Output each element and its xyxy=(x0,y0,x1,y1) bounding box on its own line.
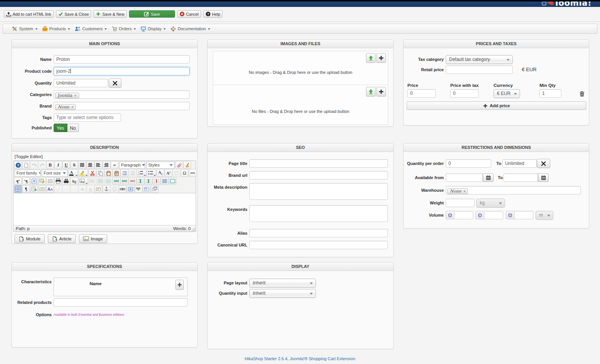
upload-image-button[interactable] xyxy=(366,53,376,63)
justify-full-icon[interactable] xyxy=(78,161,86,169)
warehouse-chip[interactable]: None✕ xyxy=(447,188,468,194)
copy-icon[interactable] xyxy=(96,169,104,177)
weight-input[interactable] xyxy=(446,199,474,207)
canonical-url-input[interactable] xyxy=(249,241,388,249)
available-to-calendar-button[interactable] xyxy=(538,173,549,182)
chip-remove-icon[interactable]: ✕ xyxy=(463,189,466,193)
alias-input[interactable] xyxy=(249,229,388,237)
remove-format-icon[interactable] xyxy=(175,161,183,169)
format-select[interactable]: Paragraph xyxy=(119,162,145,169)
brand-chip[interactable]: None✕ xyxy=(55,104,76,110)
volume-unit-select[interactable]: m xyxy=(536,211,553,220)
font-size-select[interactable]: Font size xyxy=(42,170,68,177)
quantity-input[interactable] xyxy=(54,79,108,87)
indent-icon[interactable] xyxy=(121,169,128,177)
anchor-icon[interactable] xyxy=(103,185,110,193)
row-before-icon[interactable] xyxy=(113,177,120,185)
preview-icon[interactable] xyxy=(30,185,38,193)
inline-popup-icon[interactable] xyxy=(46,177,54,185)
row-after-icon[interactable] xyxy=(121,177,128,185)
meta-description-textarea[interactable] xyxy=(249,183,388,200)
italic-icon[interactable]: I xyxy=(54,161,62,169)
chip-remove-icon[interactable]: ✕ xyxy=(74,94,77,98)
columns-icon[interactable] xyxy=(161,177,168,185)
menu-products[interactable]: Products xyxy=(40,24,72,33)
price-with-tax-input[interactable] xyxy=(450,89,479,98)
add-to-cart-html-link-button[interactable]: Add to cart HTML link xyxy=(4,10,54,18)
fullscreen-icon[interactable] xyxy=(30,177,38,185)
upload-file-button[interactable] xyxy=(366,87,376,96)
product-code-input[interactable]: joom-2 xyxy=(54,67,190,75)
add-image-button[interactable] xyxy=(376,53,386,63)
warehouse-box[interactable]: None✕ xyxy=(446,186,581,194)
frame-icon[interactable] xyxy=(169,177,177,185)
cleanup-icon[interactable] xyxy=(183,161,191,169)
editor-canvas[interactable] xyxy=(13,193,196,225)
horizontal-rule-icon[interactable] xyxy=(189,169,196,177)
highlight-color-icon[interactable] xyxy=(78,169,88,177)
replace-icon[interactable]: ba xyxy=(70,177,78,185)
quantity-input-select[interactable]: Inherit xyxy=(249,289,316,298)
weight-unit-select[interactable]: kg xyxy=(476,199,505,207)
styles-select[interactable]: Styles xyxy=(146,162,175,169)
text-color-icon[interactable]: A xyxy=(69,169,78,177)
tags-input[interactable] xyxy=(54,113,121,122)
available-from-calendar-button[interactable] xyxy=(483,173,494,182)
keywords-textarea[interactable] xyxy=(249,205,388,222)
justify-left-icon[interactable] xyxy=(95,161,102,169)
volume-z-input[interactable] xyxy=(514,211,533,219)
related-products-input[interactable] xyxy=(54,298,188,307)
image-button[interactable]: Image xyxy=(79,234,107,243)
published-no-button[interactable]: No xyxy=(67,124,79,132)
menu-customers[interactable]: Customers xyxy=(72,24,109,33)
quantity-max-clear-button[interactable] xyxy=(537,159,550,168)
ordered-list-icon[interactable]: 12 xyxy=(137,169,146,177)
page-title-input[interactable] xyxy=(249,159,388,168)
save-new-button[interactable]: Save & New xyxy=(93,10,127,18)
menu-orders[interactable]: Orders xyxy=(109,24,138,33)
chip-remove-icon[interactable]: ✕ xyxy=(71,105,74,109)
col-after-icon[interactable] xyxy=(145,177,152,185)
published-yes-button[interactable]: Yes xyxy=(54,124,67,132)
quantity-min-input[interactable] xyxy=(446,159,491,168)
tax-category-select[interactable]: Default tax category xyxy=(446,55,513,64)
save-button[interactable]: Save xyxy=(129,10,175,18)
help-icon[interactable]: ? xyxy=(14,161,22,169)
superscript-icon[interactable]: A2 xyxy=(165,169,172,177)
paste-text-icon[interactable]: T xyxy=(113,169,120,177)
show-blocks-icon[interactable]: ¶ xyxy=(22,185,30,193)
spellcheck-icon[interactable]: abc xyxy=(135,185,142,193)
cell-props-icon[interactable] xyxy=(143,185,150,193)
save-close-button[interactable]: Save & Close xyxy=(56,10,92,18)
quantity-clear-button[interactable] xyxy=(109,78,121,88)
help-button[interactable]: ?Help xyxy=(203,10,223,18)
blockquote-icon[interactable]: “ xyxy=(111,161,118,169)
toggle-editor-link[interactable]: [Toggle Editor] xyxy=(13,154,196,159)
ltr-icon[interactable]: ¶• xyxy=(14,177,22,185)
module-button[interactable]: Module xyxy=(15,234,45,243)
brand-url-input[interactable] xyxy=(249,171,388,180)
resize-grip-icon[interactable] xyxy=(191,227,195,231)
images-dropzone[interactable]: No images - Drag & Drop here or use the … xyxy=(213,51,388,85)
underline-icon[interactable]: U xyxy=(62,161,70,169)
delete-price-icon[interactable] xyxy=(579,90,585,98)
cut-icon[interactable] xyxy=(88,169,96,177)
template-icon[interactable] xyxy=(38,185,46,193)
add-characteristic-button[interactable] xyxy=(175,280,184,290)
cancel-button[interactable]: Cancel xyxy=(177,10,201,18)
print-icon[interactable] xyxy=(54,177,62,185)
strikethrough-icon[interactable]: S xyxy=(70,161,78,169)
currency-select[interactable]: € EUR xyxy=(494,89,520,98)
page-layout-select[interactable]: Inherit xyxy=(249,279,316,287)
bold-icon[interactable]: B xyxy=(46,161,54,169)
link-icon[interactable] xyxy=(119,185,126,193)
files-dropzone[interactable]: No files - Drag & Drop here or use the u… xyxy=(213,85,388,124)
price-input[interactable] xyxy=(407,89,436,98)
quantity-max-input[interactable] xyxy=(502,159,537,168)
media-icon[interactable] xyxy=(127,185,134,193)
retail-price-input[interactable] xyxy=(446,65,513,74)
category-chip[interactable]: Joomla✕ xyxy=(55,93,79,98)
add-price-button[interactable]: Add price xyxy=(407,101,586,110)
brand-box[interactable]: None✕ xyxy=(54,102,190,110)
rtl-icon[interactable]: •¶ xyxy=(22,177,30,185)
